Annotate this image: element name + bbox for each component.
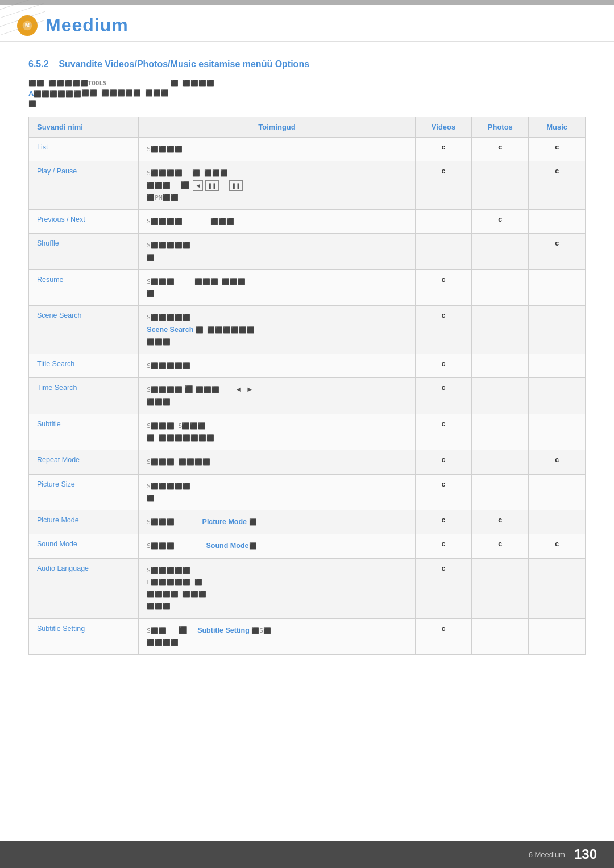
row-videos-cell: c: [415, 450, 472, 474]
row-music-cell: [529, 210, 586, 234]
row-photos-cell: [472, 269, 529, 306]
row-actions-cell: S⬛⬛⬛ S⬛⬛⬛⬛ ⬛⬛⬛⬛⬛⬛⬛: [139, 414, 415, 450]
row-music-cell: c: [529, 234, 586, 270]
tools-text: ⬛ ⬛⬛⬛⬛: [107, 80, 214, 87]
row-photos-cell: c: [472, 510, 529, 534]
footer-chapter: 6 Meedium: [529, 850, 565, 859]
app-title: Meedium: [45, 15, 128, 36]
row-videos-cell: c: [415, 269, 472, 306]
row-name-cell: Play / Pause: [29, 161, 139, 210]
row-actions-cell: S⬛⬛⬛⬛⬛⬛: [139, 474, 415, 510]
row-actions-cell: S⬛⬛⬛ ⬛⬛⬛ ⬛⬛⬛⬛: [139, 269, 415, 306]
row-videos-cell: c: [415, 414, 472, 450]
row-videos-cell: [415, 234, 472, 270]
table-row: Time SearchS⬛⬛⬛⬛ ⬛ ⬛⬛⬛ ◄ ►⬛⬛⬛c: [29, 378, 586, 414]
row-music-cell: [529, 510, 586, 534]
table-row: Scene SearchS⬛⬛⬛⬛⬛Scene Search ⬛ ⬛⬛⬛⬛⬛⬛⬛…: [29, 306, 586, 354]
row-name-cell: List: [29, 138, 139, 161]
row-name-cell: Picture Size: [29, 474, 139, 510]
row-videos-cell: c: [415, 474, 472, 510]
main-content: 6.5.2 Suvandite Videos/Photos/Music esit…: [0, 42, 614, 672]
row-photos-cell: [472, 450, 529, 474]
row-photos-cell: [472, 378, 529, 414]
row-name-cell: Scene Search: [29, 306, 139, 354]
col-header-music: Music: [529, 117, 586, 138]
row-actions-cell: S⬛⬛⬛⬛ ⬛ ⬛⬛⬛ ◄ ►⬛⬛⬛: [139, 378, 415, 414]
row-videos-cell: c: [415, 138, 472, 161]
description-block: ⬛⬛ ⬛⬛⬛⬛⬛TOOLS ⬛ ⬛⬛⬛⬛ A⬛⬛⬛⬛⬛⬛ ⬛⬛ ⬛⬛⬛⬛⬛ ⬛⬛…: [28, 80, 586, 107]
row-videos-cell: c: [415, 306, 472, 354]
deco-lines-icon: [0, 0, 45, 45]
row-videos-cell: c: [415, 618, 472, 655]
footer: 6 Meedium 130: [0, 841, 614, 868]
row-actions-cell: S⬛⬛⬛ Sound Mode⬛: [139, 534, 415, 558]
table-row: SubtitleS⬛⬛⬛ S⬛⬛⬛⬛ ⬛⬛⬛⬛⬛⬛⬛c: [29, 414, 586, 450]
row-actions-cell: S⬛⬛⬛ Picture Mode ⬛: [139, 510, 415, 534]
row-actions-cell: S⬛⬛⬛⬛⬛⬛: [139, 234, 415, 270]
row-photos-cell: c: [472, 534, 529, 558]
table-row: ListS⬛⬛⬛⬛ccc: [29, 138, 586, 161]
row-actions-cell: S⬛⬛⬛⬛⬛F⬛⬛⬛⬛⬛ ⬛⬛⬛⬛⬛ ⬛⬛⬛⬛⬛⬛: [139, 558, 415, 618]
table-row: Sound ModeS⬛⬛⬛ Sound Mode⬛ccc: [29, 534, 586, 558]
row-photos-cell: c: [472, 210, 529, 234]
row-photos-cell: [472, 414, 529, 450]
row-photos-cell: [472, 354, 529, 378]
row-actions-cell: S⬛⬛⬛⬛⬛: [139, 354, 415, 378]
row-videos-cell: c: [415, 378, 472, 414]
a-text: ⬛⬛ ⬛⬛⬛⬛⬛ ⬛⬛⬛: [81, 89, 168, 97]
row-photos-cell: [472, 234, 529, 270]
table-header-row: Suvandi nimi Toimingud Videos Photos Mus…: [29, 117, 586, 138]
row-name-cell: Subtitle: [29, 414, 139, 450]
row-actions-cell: S⬛⬛⬛ ⬛⬛⬛⬛: [139, 450, 415, 474]
row-actions-cell: S⬛⬛⬛⬛ ⬛⬛⬛: [139, 210, 415, 234]
table-row: Play / PauseS⬛⬛⬛⬛ ⬛ ⬛⬛⬛⬛⬛⬛ ⬛ ◄❚❚ ❚❚⬛PM⬛⬛…: [29, 161, 586, 210]
desc-row-x: ⬛: [28, 100, 586, 107]
table-row: Repeat ModeS⬛⬛⬛ ⬛⬛⬛⬛cc: [29, 450, 586, 474]
row-photos-cell: [472, 618, 529, 655]
row-actions-cell: S⬛⬛⬛⬛⬛Scene Search ⬛ ⬛⬛⬛⬛⬛⬛⬛⬛⬛: [139, 306, 415, 354]
table-row: Audio LanguageS⬛⬛⬛⬛⬛F⬛⬛⬛⬛⬛ ⬛⬛⬛⬛⬛ ⬛⬛⬛⬛⬛⬛c: [29, 558, 586, 618]
row-music-cell: [529, 354, 586, 378]
row-videos-cell: c: [415, 510, 472, 534]
tools-label: ⬛⬛ ⬛⬛⬛⬛⬛TOOLS: [28, 80, 107, 87]
row-music-cell: c: [529, 534, 586, 558]
x-symbol: ⬛: [28, 100, 36, 107]
row-name-cell: Title Search: [29, 354, 139, 378]
row-music-cell: [529, 414, 586, 450]
desc-row-tools: ⬛⬛ ⬛⬛⬛⬛⬛TOOLS ⬛ ⬛⬛⬛⬛: [28, 80, 586, 87]
row-name-cell: Resume: [29, 269, 139, 306]
row-name-cell: Subtitle Setting: [29, 618, 139, 655]
svg-line-0: [0, 0, 45, 11]
top-bar: [0, 0, 614, 5]
header: M Meedium: [0, 5, 614, 42]
a-label: A⬛⬛⬛⬛⬛⬛: [28, 89, 81, 98]
svg-line-1: [0, 3, 45, 20]
row-name-cell: Previous / Next: [29, 210, 139, 234]
svg-line-3: [0, 20, 45, 37]
row-photos-cell: [472, 474, 529, 510]
table-row: Picture ModeS⬛⬛⬛ Picture Mode ⬛cc: [29, 510, 586, 534]
row-music-cell: [529, 474, 586, 510]
row-name-cell: Audio Language: [29, 558, 139, 618]
row-photos-cell: [472, 558, 529, 618]
row-photos-cell: c: [472, 138, 529, 161]
row-name-cell: Picture Mode: [29, 510, 139, 534]
row-videos-cell: [415, 210, 472, 234]
row-music-cell: [529, 306, 586, 354]
col-header-name: Suvandi nimi: [29, 117, 139, 138]
row-photos-cell: [472, 306, 529, 354]
table-row: ShuffleS⬛⬛⬛⬛⬛⬛c: [29, 234, 586, 270]
row-actions-cell: S⬛⬛⬛⬛ ⬛ ⬛⬛⬛⬛⬛⬛ ⬛ ◄❚❚ ❚❚⬛PM⬛⬛: [139, 161, 415, 210]
svg-line-2: [0, 11, 45, 28]
row-actions-cell: S⬛⬛ ⬛ Subtitle Setting ⬛S⬛⬛⬛⬛⬛: [139, 618, 415, 655]
row-music-cell: [529, 558, 586, 618]
row-name-cell: Sound Mode: [29, 534, 139, 558]
table-row: Picture SizeS⬛⬛⬛⬛⬛⬛c: [29, 474, 586, 510]
col-header-photos: Photos: [472, 117, 529, 138]
desc-row-a: A⬛⬛⬛⬛⬛⬛ ⬛⬛ ⬛⬛⬛⬛⬛ ⬛⬛⬛: [28, 89, 586, 98]
row-photos-cell: [472, 161, 529, 210]
section-title: 6.5.2 Suvandite Videos/Photos/Music esit…: [28, 59, 586, 69]
options-table: Suvandi nimi Toimingud Videos Photos Mus…: [28, 117, 586, 655]
row-name-cell: Time Search: [29, 378, 139, 414]
col-header-actions: Toimingud: [139, 117, 415, 138]
